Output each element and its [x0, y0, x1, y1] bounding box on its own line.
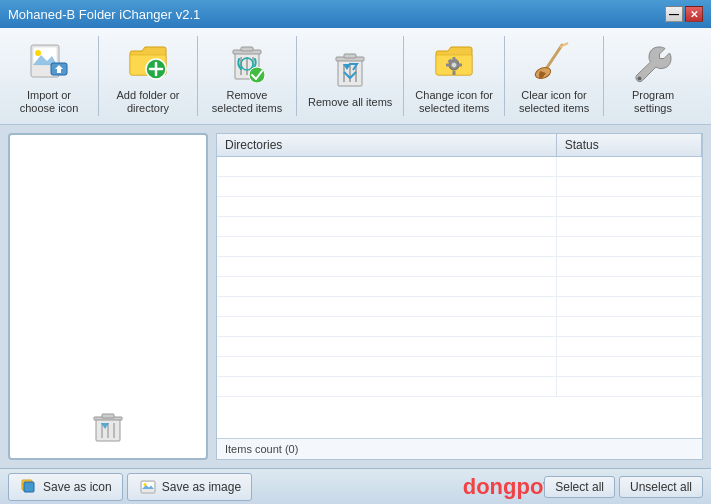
items-count: Items count (0) [217, 438, 702, 459]
add-folder-label: Add folder ordirectory [117, 89, 180, 115]
sep5 [504, 36, 505, 116]
empty-row-11 [217, 357, 702, 377]
empty-row-9 [217, 317, 702, 337]
directories-column-header: Directories [217, 134, 556, 157]
bottom-bar: Save as icon Save as image dongpow.com S… [0, 468, 711, 504]
close-button[interactable]: ✕ [685, 6, 703, 22]
remove-selected-button[interactable]: Removeselected items [202, 32, 292, 120]
add-folder-button[interactable]: Add folder ordirectory [103, 32, 193, 120]
save-as-icon-label: Save as icon [43, 480, 112, 494]
icon-preview-panel [8, 133, 208, 460]
change-icon-button[interactable]: Change icon forselected items [408, 32, 500, 120]
empty-row-7 [217, 277, 702, 297]
right-buttons: Select all Unselect all [544, 476, 703, 498]
svg-rect-11 [241, 47, 253, 51]
remove-all-label: Remove all items [308, 96, 392, 109]
svg-point-24 [452, 63, 457, 68]
svg-point-34 [638, 77, 642, 81]
main-content: Directories Status [0, 125, 711, 468]
remove-selected-label: Removeselected items [212, 89, 282, 115]
empty-row-2 [217, 177, 702, 197]
settings-icon [629, 37, 677, 85]
title-bar: Mohaned-B Folder iChanger v2.1 — ✕ [0, 0, 711, 28]
sep2 [197, 36, 198, 116]
empty-row-1 [217, 157, 702, 177]
import-icon-button[interactable]: Import orchoose icon [4, 32, 94, 120]
svg-rect-27 [446, 64, 450, 67]
directories-panel: Directories Status [216, 133, 703, 460]
remove-all-icon [326, 44, 374, 92]
empty-row-10 [217, 337, 702, 357]
status-column-header: Status [556, 134, 701, 157]
svg-rect-28 [458, 64, 462, 67]
add-folder-icon [124, 37, 172, 85]
clear-icon-icon [530, 37, 578, 85]
svg-rect-37 [102, 414, 114, 418]
minimize-button[interactable]: — [665, 6, 683, 22]
import-icon-icon [25, 37, 73, 85]
save-image-icon [138, 477, 158, 497]
empty-row-6 [217, 257, 702, 277]
empty-row-4 [217, 217, 702, 237]
select-all-button[interactable]: Select all [544, 476, 615, 498]
svg-point-3 [35, 50, 41, 56]
change-icon-label: Change icon forselected items [415, 89, 493, 115]
select-all-label: Select all [555, 480, 604, 494]
settings-button[interactable]: Programsettings [608, 32, 698, 120]
remove-all-button[interactable]: Remove all items [301, 32, 399, 120]
clear-icon-button[interactable]: Clear icon forselected items [509, 32, 599, 120]
empty-row-12 [217, 377, 702, 397]
unselect-all-button[interactable]: Unselect all [619, 476, 703, 498]
import-icon-label: Import orchoose icon [20, 89, 79, 115]
save-icon-icon [19, 477, 39, 497]
app-title: Mohaned-B Folder iChanger v2.1 [8, 7, 200, 22]
empty-row-8 [217, 297, 702, 317]
title-bar-controls: — ✕ [665, 6, 703, 22]
save-as-image-button[interactable]: Save as image [127, 473, 252, 501]
sep4 [403, 36, 404, 116]
svg-line-31 [546, 45, 562, 69]
save-as-icon-button[interactable]: Save as icon [8, 473, 123, 501]
change-icon-icon [430, 37, 478, 85]
remove-selected-icon [223, 37, 271, 85]
unselect-all-label: Unselect all [630, 480, 692, 494]
sep6 [603, 36, 604, 116]
svg-point-46 [143, 483, 146, 486]
sep3 [296, 36, 297, 116]
svg-rect-19 [344, 54, 356, 58]
toolbar: Import orchoose icon Add folder ordirect… [0, 28, 711, 125]
empty-row-5 [217, 237, 702, 257]
svg-rect-26 [453, 71, 456, 75]
preview-icon [88, 409, 128, 448]
directories-table: Directories Status [217, 134, 702, 438]
empty-row-3 [217, 197, 702, 217]
save-as-image-label: Save as image [162, 480, 241, 494]
sep1 [98, 36, 99, 116]
clear-icon-label: Clear icon forselected items [519, 89, 589, 115]
settings-label: Programsettings [632, 89, 674, 115]
svg-rect-42 [24, 482, 34, 492]
